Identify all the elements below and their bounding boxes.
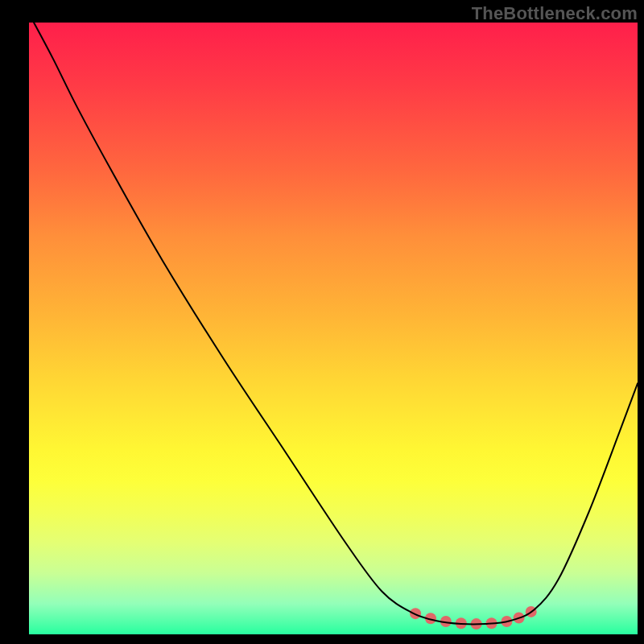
chart-container: TheBottleneck.com (0, 0, 644, 644)
main-curve-path (34, 23, 638, 625)
watermark-text: TheBottleneck.com (472, 3, 638, 24)
sweet-spot-marker (410, 608, 421, 619)
gradient-plot-area (29, 23, 638, 634)
chart-svg (29, 23, 638, 634)
